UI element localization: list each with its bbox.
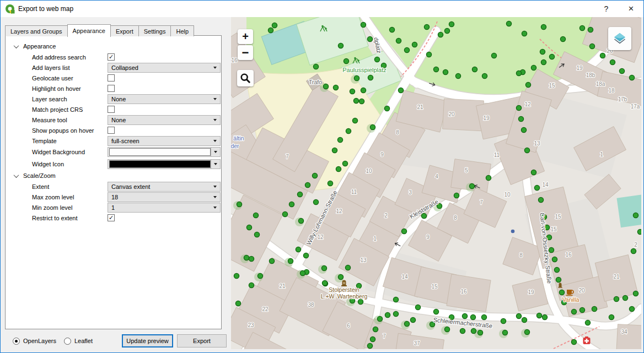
svg-text:15: 15 (431, 284, 438, 290)
search-icon (240, 73, 251, 84)
pharmacy-icon (583, 336, 591, 344)
svg-text:37: 37 (414, 340, 420, 346)
svg-text:8: 8 (519, 252, 523, 258)
poi-label: L.+W. Wartenberg (321, 293, 368, 300)
chevron-down-icon (213, 196, 217, 198)
branch-scale-zoom[interactable]: Scale/Zoom (6, 170, 221, 181)
poi-label: Vanilla (562, 296, 579, 303)
map-layers-button[interactable] (608, 27, 631, 50)
svg-text:7: 7 (286, 154, 289, 160)
svg-text:19: 19 (528, 289, 534, 295)
export-to-web-map-dialog: Export to web map ? × Layers and GroupsA… (0, 0, 644, 353)
setting-row-min-zoom-level: Min zoom level1 (6, 202, 221, 213)
svg-text:9: 9 (380, 151, 384, 158)
measure-tool-dropdown[interactable]: None (108, 115, 221, 125)
map-zoom-in-button[interactable]: + (238, 29, 253, 44)
chevron-down-icon (214, 151, 217, 153)
svg-text:14: 14 (542, 182, 549, 188)
match-project-crs-checkbox[interactable] (108, 106, 115, 113)
dropdown-arrow (211, 160, 220, 169)
dropdown-value: None (108, 117, 213, 123)
svg-text:14: 14 (401, 274, 408, 280)
setting-label: Layer search (6, 96, 108, 102)
radio-leaflet[interactable]: Leaflet (64, 338, 93, 345)
radio-circle (13, 338, 20, 345)
chevron-down-icon (213, 207, 217, 209)
show-popups-on-hover-checkbox[interactable] (108, 127, 115, 134)
map-zoom-out-button[interactable]: − (238, 45, 253, 60)
tab-appearance[interactable]: Appearance (67, 24, 111, 37)
restrict-to-extent-checkbox[interactable]: ✓ (108, 214, 115, 221)
svg-text:16: 16 (231, 57, 238, 63)
tab-settings[interactable]: Settings (138, 25, 171, 36)
help-button[interactable]: ? (594, 1, 619, 17)
svg-text:15: 15 (549, 83, 555, 89)
add-layers-list-dropdown[interactable]: Collapsed (108, 63, 221, 73)
highlight-on-hover-checkbox[interactable] (108, 85, 115, 92)
setting-label: Max zoom level (6, 194, 108, 200)
svg-text:9: 9 (426, 234, 430, 240)
dropdown-arrow (211, 148, 220, 156)
update-preview-button[interactable]: Update preview (122, 334, 173, 347)
min-zoom-level-dropdown[interactable]: 1 (108, 203, 221, 213)
setting-row-measure-tool: Measure toolNone (6, 115, 221, 125)
svg-text:8: 8 (396, 129, 399, 135)
radio-openlayers[interactable]: OpenLayers (13, 338, 56, 345)
svg-text:8: 8 (454, 215, 457, 221)
template-dropdown[interactable]: full-screen (108, 136, 221, 146)
svg-text:16: 16 (460, 289, 467, 295)
radio-circle (64, 338, 71, 345)
svg-text:11: 11 (351, 189, 357, 195)
tab-export[interactable]: Export (110, 25, 139, 36)
setting-label: Add layers list (6, 64, 108, 71)
add-address-search-checkbox[interactable]: ✓ (108, 53, 115, 61)
svg-text:20: 20 (578, 287, 585, 294)
svg-text:18b: 18b (586, 72, 595, 78)
chevron-down-icon (213, 186, 217, 188)
setting-label: Restrict to extent (6, 215, 108, 221)
widget-icon-color-dropdown[interactable] (108, 159, 221, 169)
svg-text:21: 21 (613, 274, 620, 280)
map-canvas[interactable]: 1678910111212132120191154321141516789108… (231, 17, 641, 349)
svg-text:20: 20 (448, 111, 455, 117)
setting-row-widget-background: Widget Background (6, 146, 221, 158)
export-button[interactable]: Export (177, 334, 227, 347)
branch-appearance[interactable]: Appearance (6, 41, 221, 52)
setting-label: Match project CRS (6, 106, 108, 113)
max-zoom-level-dropdown[interactable]: 18 (108, 192, 221, 202)
dropdown-value: full-screen (108, 138, 213, 144)
poi-label: Stolperstein (329, 286, 359, 293)
widget-background-color-dropdown[interactable] (108, 147, 221, 157)
branch-label: Scale/Zoom (23, 172, 56, 179)
radio-label: OpenLayers (23, 338, 56, 344)
svg-text:17a: 17a (631, 104, 640, 110)
chevron-down-icon (14, 172, 19, 178)
close-button[interactable]: × (619, 1, 643, 17)
extent-dropdown[interactable]: Canvas extent (108, 182, 221, 192)
setting-label: Min zoom level (6, 204, 108, 211)
geolocate-user-checkbox[interactable] (108, 74, 115, 82)
svg-text:11: 11 (494, 152, 500, 158)
map-search-button[interactable] (237, 70, 254, 86)
blue-point (511, 230, 515, 233)
dropdown-value: Canvas extent (108, 183, 213, 190)
svg-text:13: 13 (360, 257, 367, 263)
setting-label: Measure tool (6, 117, 108, 123)
layer-search-dropdown[interactable]: None (108, 94, 221, 104)
tab-help[interactable]: Help (170, 25, 194, 36)
svg-text:13: 13 (534, 140, 540, 146)
chevron-down-icon (213, 67, 217, 69)
setting-row-widget-icon: Widget Icon (6, 158, 221, 170)
svg-text:6: 6 (347, 323, 350, 329)
branch-label: Appearance (23, 43, 56, 50)
setting-label: Highlight on hover (6, 85, 108, 92)
svg-text:3: 3 (409, 189, 412, 195)
chevron-down-icon (214, 163, 217, 165)
tab-layers-and-groups[interactable]: Layers and Groups (5, 25, 68, 36)
map-preview[interactable]: 1678910111212132120191154321141516789108… (231, 17, 641, 349)
svg-text:18a: 18a (596, 81, 605, 87)
setting-row-add-layers-list: Add layers listCollapsed (6, 62, 221, 73)
dropdown-value: 18 (108, 194, 213, 200)
svg-text:7: 7 (480, 199, 483, 205)
setting-row-max-zoom-level: Max zoom level18 (6, 192, 221, 202)
